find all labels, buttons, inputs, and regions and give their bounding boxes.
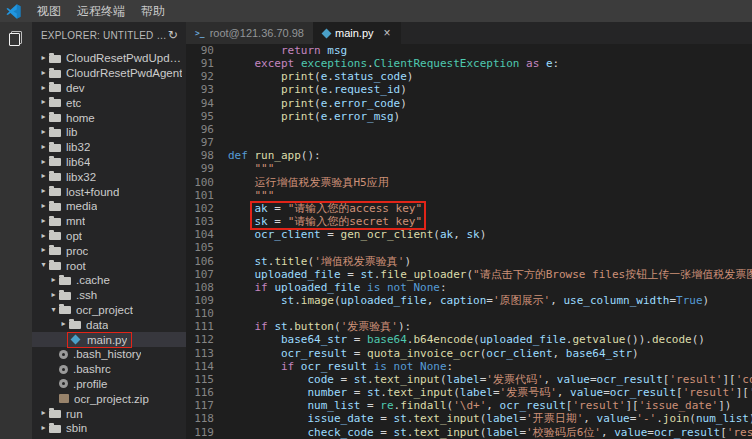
tree-item-CloudResetPwdUpdate...[interactable]: ▸CloudResetPwdUpdate... bbox=[32, 51, 186, 66]
tree-item-label: root bbox=[66, 260, 86, 272]
code-line-111: 111 if st.button('发票验真'): bbox=[186, 320, 752, 333]
tree-item-sbin[interactable]: ▸sbin bbox=[32, 421, 186, 436]
menu-item[interactable]: 帮助 bbox=[133, 0, 173, 22]
tree-item-label: ocr_project.zip bbox=[74, 393, 149, 405]
folder-icon bbox=[49, 158, 61, 166]
tab-root@121.36.70.98[interactable]: >_root@121.36.70.98 bbox=[186, 22, 314, 44]
tree-item-label: sbin bbox=[66, 422, 87, 434]
tree-item-.ssh[interactable]: ▸.ssh bbox=[32, 288, 186, 303]
tree-item-label: run bbox=[66, 408, 83, 420]
tree-item-ocr_project[interactable]: ▾ocr_project bbox=[32, 303, 186, 318]
tree-item-libx32[interactable]: ▸libx32 bbox=[32, 169, 186, 184]
tree-item-CloudrResetPwdAgent[interactable]: ▸CloudrResetPwdAgent bbox=[32, 66, 186, 81]
menu-item[interactable]: 远程终端 bbox=[69, 0, 133, 22]
code-text: st.image(uploaded_file, caption='原图展示', … bbox=[218, 294, 709, 307]
python-icon bbox=[322, 28, 332, 38]
tree-item-.cache[interactable]: ▸.cache bbox=[32, 273, 186, 288]
line-number: 96 bbox=[186, 123, 218, 136]
explorer-sidebar: EXPLORER: UNTITLED (WORK... ↻ ▸CloudRese… bbox=[32, 22, 186, 439]
explorer-files-icon bbox=[9, 31, 22, 46]
code-text: issue_date = st.text_input(label='开票日期',… bbox=[218, 412, 752, 425]
tree-item-home[interactable]: ▸home bbox=[32, 110, 186, 125]
folder-icon bbox=[49, 425, 61, 433]
code-area[interactable]: 90 return msg91 except exceptions.Client… bbox=[186, 44, 752, 439]
tree-item-opt[interactable]: ▸opt bbox=[32, 229, 186, 244]
tree-item-lib[interactable]: ▸lib bbox=[32, 125, 186, 140]
explorer-activity-button[interactable] bbox=[0, 22, 32, 56]
code-line-109: 109 st.image(uploaded_file, caption='原图展… bbox=[186, 294, 752, 307]
tree-item-dev[interactable]: ▸dev bbox=[32, 81, 186, 96]
code-text: ocr_client = gen_ocr_client(ak, sk) bbox=[218, 228, 486, 241]
tree-item-mnt[interactable]: ▸mnt bbox=[32, 214, 186, 229]
code-line-110: 110 bbox=[186, 307, 752, 320]
code-line-118: 118 issue_date = st.text_input(label='开票… bbox=[186, 412, 752, 425]
tree-item-label: ocr_project bbox=[76, 304, 133, 316]
tree-item-run[interactable]: ▸run bbox=[32, 406, 186, 421]
code-text: ak = "请输入您的access key" bbox=[218, 202, 422, 215]
chevron-right-icon: ▸ bbox=[38, 229, 49, 244]
tree-item-label: dev bbox=[66, 82, 85, 94]
menu-item[interactable]: 视图 bbox=[29, 0, 69, 22]
code-text: if st.button('发票验真'): bbox=[218, 320, 411, 333]
line-number: 102 bbox=[186, 202, 218, 215]
tree-item-ocr_project.zip[interactable]: ocr_project.zip bbox=[32, 391, 186, 406]
code-text: st.title('增值税发票验真') bbox=[218, 255, 411, 268]
code-text bbox=[218, 307, 228, 320]
line-number: 115 bbox=[186, 373, 218, 386]
tree-item-content: proc bbox=[49, 245, 91, 257]
chevron-right-icon: ▸ bbox=[38, 51, 49, 66]
line-number: 116 bbox=[186, 386, 218, 399]
chevron-right-icon: ▸ bbox=[48, 288, 59, 303]
line-number: 98 bbox=[186, 149, 218, 162]
tree-item-etc[interactable]: ▸etc bbox=[32, 95, 186, 110]
line-number: 107 bbox=[186, 268, 218, 281]
tree-item-label: mnt bbox=[66, 215, 85, 227]
line-number: 97 bbox=[186, 136, 218, 149]
code-line-107: 107 uploaded_file = st.file_uploader("请点… bbox=[186, 268, 752, 281]
code-line-97: 97 bbox=[186, 136, 752, 149]
tree-item-label: proc bbox=[66, 245, 88, 257]
tree-item-label: CloudResetPwdUpdate... bbox=[66, 52, 183, 64]
tree-item-root[interactable]: ▾root bbox=[32, 258, 186, 273]
tree-item-.profile[interactable]: .profile bbox=[32, 377, 186, 392]
close-icon[interactable]: × bbox=[384, 27, 391, 39]
chevron-right-icon: ▸ bbox=[38, 110, 49, 125]
line-number: 109 bbox=[186, 294, 218, 307]
tree-item-lost+found[interactable]: ▸lost+found bbox=[32, 184, 186, 199]
refresh-icon[interactable]: ↻ bbox=[168, 28, 178, 42]
tree-item-content: ocr_project.zip bbox=[59, 393, 152, 405]
tree-item-label: etc bbox=[66, 97, 81, 109]
tree-item-.bash_history[interactable]: .bash_history bbox=[32, 347, 186, 362]
chevron-right-icon: ▸ bbox=[48, 273, 59, 288]
tree-item-label: lib64 bbox=[66, 156, 90, 168]
code-line-93: 93 print(e.request_id) bbox=[186, 83, 752, 96]
tree-item-label: CloudrResetPwdAgent bbox=[66, 67, 182, 79]
tree-item-label: libx32 bbox=[66, 171, 96, 183]
code-text: print(e.error_code) bbox=[218, 97, 407, 110]
code-line-90: 90 return msg bbox=[186, 44, 752, 57]
folder-icon bbox=[69, 321, 81, 329]
line-number: 90 bbox=[186, 44, 218, 57]
code-text: def run_app(): bbox=[218, 149, 321, 162]
tree-item-proc[interactable]: ▸proc bbox=[32, 243, 186, 258]
tree-item-main.py[interactable]: main.py bbox=[32, 332, 186, 347]
vscode-window: 视图远程终端帮助 EXPLORER: UNTITLED (WORK... ↻ ▸… bbox=[0, 0, 752, 439]
tree-item-media[interactable]: ▸media bbox=[32, 199, 186, 214]
tree-item-content: mnt bbox=[49, 215, 88, 227]
tree-item-content: .profile bbox=[59, 378, 111, 390]
tree-item-data[interactable]: ▸data bbox=[32, 317, 186, 332]
chevron-down-icon: ▾ bbox=[38, 258, 49, 273]
chevron-right-icon: ▸ bbox=[38, 199, 49, 214]
tree-item-.bashrc[interactable]: .bashrc bbox=[32, 362, 186, 377]
line-number: 113 bbox=[186, 347, 218, 360]
tree-item-content: .bash_history bbox=[59, 348, 144, 360]
tree-item-lib32[interactable]: ▸lib32 bbox=[32, 140, 186, 155]
tree-item-lib64[interactable]: ▸lib64 bbox=[32, 155, 186, 170]
tab-main.py[interactable]: main.py× bbox=[314, 22, 401, 44]
tree-item-content: libx32 bbox=[49, 171, 99, 183]
chevron-right-icon: ▸ bbox=[38, 140, 49, 155]
chevron-right-icon: ▸ bbox=[38, 125, 49, 140]
line-number: 92 bbox=[186, 70, 218, 83]
line-number: 106 bbox=[186, 255, 218, 268]
code-text bbox=[218, 136, 228, 149]
